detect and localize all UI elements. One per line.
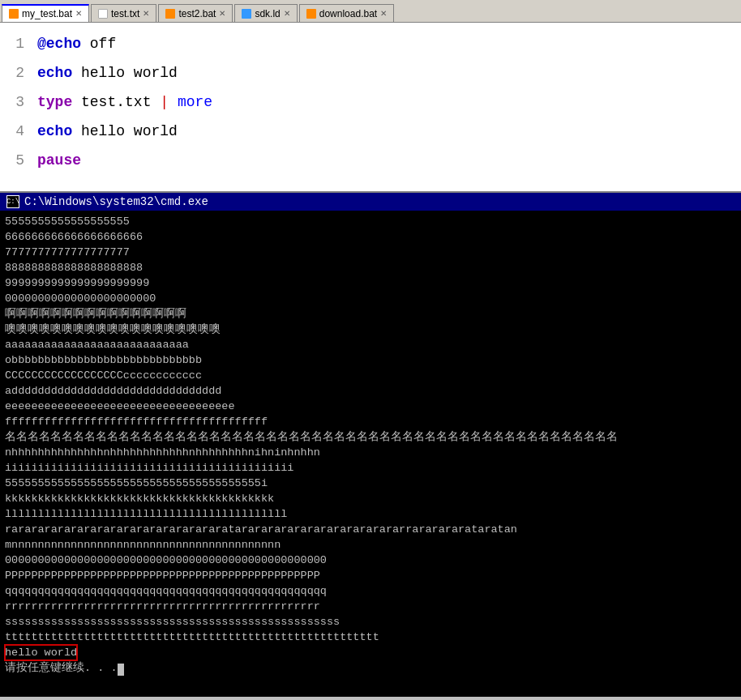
- cmd-line-6: 啊啊啊啊啊啊啊啊啊啊啊啊啊啊啊啊: [5, 306, 736, 322]
- tab-bar: my_test.bat ✕ test.txt ✕ test2.bat ✕ sdk…: [0, 0, 741, 23]
- type-keyword: type: [37, 94, 72, 110]
- bat-icon-3: [306, 9, 316, 19]
- cmd-line-26: ssssssssssssssssssssssssssssssssssssssss…: [5, 614, 736, 630]
- tab-close-sdk-ld[interactable]: ✕: [284, 9, 290, 18]
- cmd-output: 5555555555555555555 66666666666666666666…: [0, 211, 741, 697]
- pipe-char: |: [160, 94, 169, 110]
- line-num-2: 2: [13, 58, 24, 88]
- cmd-line-15: nhhhhhhhhhhhhhhnhhhhhhhhhhhhnhhhhhhhhnih…: [5, 445, 736, 460]
- tab-label-download-bat: download.bat: [319, 8, 377, 19]
- code-line-3: type test.txt | more: [37, 88, 728, 117]
- cmd-line-8: aaaaaaaaaaaaaaaaaaaaaaaaaaaa: [5, 337, 736, 352]
- tab-label-sdk-ld: sdk.ld: [255, 8, 280, 19]
- cmd-line-22: 0000000000000000000000000000000000000000…: [5, 553, 736, 568]
- cmd-line-hello-world: hello world: [5, 645, 736, 660]
- code-content[interactable]: @echo off echo hello world type test.txt…: [37, 29, 728, 185]
- cmd-line-21: mnnnnnnnnnnnnnnnnnnnnnnnnnnnnnnnnnnnnnnn…: [5, 537, 736, 553]
- ld-icon: [242, 9, 251, 19]
- more-keyword: more: [178, 94, 212, 110]
- cmd-line-27: tttttttttttttttttttttttttttttttttttttttt…: [5, 630, 736, 645]
- echo-keyword-3: echo: [37, 123, 72, 139]
- cmd-line-20: rararararararararararararararararatarara…: [5, 522, 736, 537]
- pause-keyword: pause: [37, 152, 81, 169]
- echo-keyword-2: echo: [37, 65, 72, 81]
- line-numbers: 1 2 3 4 5: [13, 29, 37, 185]
- cmd-titlebar: C:\ C:\Windows\system32\cmd.exe: [0, 193, 741, 211]
- cmd-line-13: ffffffffffffffffffffffffffffffffffffffff: [5, 414, 736, 429]
- tab-test-txt[interactable]: test.txt ✕: [91, 4, 156, 22]
- line-num-5: 5: [13, 146, 24, 175]
- cmd-line-4: 9999999999999999999999: [5, 275, 736, 291]
- editor-area: 1 2 3 4 5 @echo off echo hello world typ…: [0, 23, 741, 193]
- cursor: [118, 664, 124, 676]
- tab-test2-bat[interactable]: test2.bat ✕: [158, 4, 233, 22]
- cmd-line-7: 噢噢噢噢噢噢噢噢噢噢噢噢噢噢噢噢噢噢噢: [5, 322, 736, 337]
- cmd-line-23: PPPPPPPPPPPPPPPPPPPPPPPPPPPPPPPPPPPPPPPP…: [5, 568, 736, 583]
- tab-label-test-txt: test.txt: [111, 8, 139, 19]
- code-line-2: echo hello world: [37, 58, 728, 88]
- code-line-4: echo hello world: [37, 117, 728, 146]
- cmd-line-2: 7777777777777777777: [5, 245, 736, 260]
- cmd-line-24: qqqqqqqqqqqqqqqqqqqqqqqqqqqqqqqqqqqqqqqq…: [5, 583, 736, 599]
- bat-icon-2: [165, 9, 175, 19]
- tab-label-test2-bat: test2.bat: [178, 8, 216, 19]
- tab-label-my-test-bat: my_test.bat: [22, 8, 72, 19]
- cmd-line-9: obbbbbbbbbbbbbbbbbbbbbbbbbbbbb: [5, 352, 736, 368]
- tab-sdk-ld[interactable]: sdk.ld ✕: [234, 4, 297, 22]
- cmd-line-11: adddddddddddddddddddddddddddddddd: [5, 383, 736, 399]
- bat-icon: [9, 9, 19, 19]
- cmd-line-3: 888888888888888888888: [5, 260, 736, 275]
- cmd-title: C:\Windows\system32\cmd.exe: [24, 195, 208, 208]
- cmd-line-pause: 请按任意键继续. . .: [5, 660, 736, 676]
- tab-close-test-txt[interactable]: ✕: [143, 9, 149, 18]
- line-num-4: 4: [13, 117, 24, 146]
- cmd-line-19: llllllllllllllllllllllllllllllllllllllll…: [5, 506, 736, 522]
- cmd-line-25: rrrrrrrrrrrrrrrrrrrrrrrrrrrrrrrrrrrrrrrr…: [5, 599, 736, 614]
- tab-download-bat[interactable]: download.bat ✕: [299, 4, 394, 22]
- cmd-line-14: 名名名名名名名名名名名名名名名名名名名名名名名名名名名名名名名名名名名名名名名名…: [5, 429, 736, 445]
- cmd-line-5: 00000000000000000000000: [5, 291, 736, 306]
- tab-close-test2-bat[interactable]: ✕: [219, 9, 225, 18]
- line-num-3: 3: [13, 88, 24, 117]
- cmd-line-10: CCCCCCCCCCCCCCCCCCcccccccccccc: [5, 368, 736, 383]
- code-line-1: @echo off: [37, 29, 728, 58]
- cmd-line-18: kkkkkkkkkkkkkkkkkkkkkkkkkkkkkkkkkkkkkkkk…: [5, 491, 736, 506]
- line-num-1: 1: [13, 29, 24, 58]
- cmd-icon: C:\: [6, 195, 19, 208]
- tab-close-download-bat[interactable]: ✕: [380, 9, 387, 18]
- cmd-line-17: 555555555555555555555555555555555555555i: [5, 476, 736, 491]
- txt-icon: [98, 9, 108, 19]
- echo-keyword: @echo: [37, 36, 81, 52]
- cmd-line-1: 666666666666666666666: [5, 229, 736, 245]
- tab-close-my-test-bat[interactable]: ✕: [75, 9, 82, 18]
- cmd-line-16: iiiiiiiiiiiiiiiiiiiiiiiiiiiiiiiiiiiiiiii…: [5, 460, 736, 476]
- hello-world-highlight: hello world: [5, 645, 77, 660]
- cmd-line-12: eeeeeeeeeeeeeeeeeeeeeeeeeeeeeeeeeee: [5, 399, 736, 414]
- tab-my-test-bat[interactable]: my_test.bat ✕: [2, 4, 89, 22]
- cmd-line-0: 5555555555555555555: [5, 214, 736, 229]
- code-line-5: pause: [37, 146, 728, 175]
